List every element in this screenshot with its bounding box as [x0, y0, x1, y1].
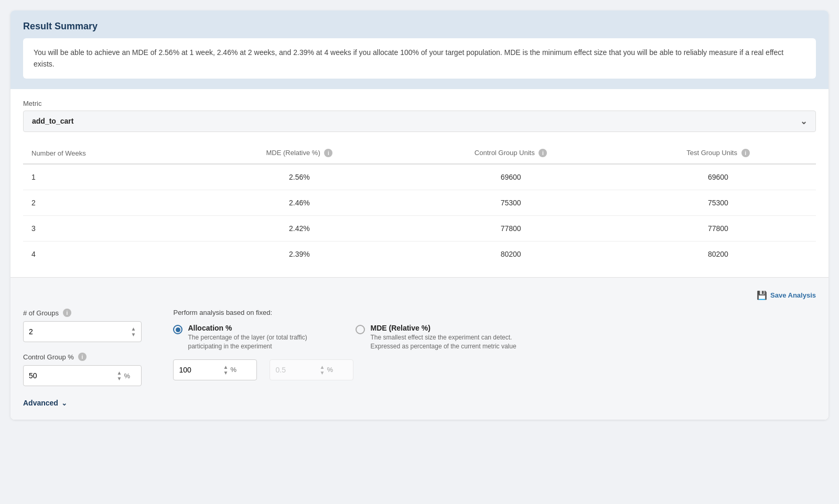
metric-value: add_to_cart — [32, 117, 73, 125]
cell-test-units: 75300 — [620, 190, 816, 216]
mde-input-wrapper: ▲ ▼ % — [270, 359, 353, 380]
result-summary-description: You will be able to achieve an MDE of 2.… — [34, 48, 783, 68]
metric-dropdown[interactable]: add_to_cart ⌄ — [23, 111, 816, 132]
advanced-toggle[interactable]: Advanced ⌄ — [23, 399, 816, 407]
control-group-pct: % — [124, 372, 130, 380]
groups-input[interactable] — [29, 327, 129, 336]
cell-control-units: 75300 — [401, 190, 620, 216]
allocation-radio-description: The percentage of the layer (or total tr… — [188, 333, 335, 351]
config-left: # of Groups i ▲ ▼ Control Group % — [23, 309, 142, 386]
main-card: Result Summary You will be able to achie… — [10, 10, 829, 420]
result-summary-box: You will be able to achieve an MDE of 2.… — [23, 38, 816, 79]
inline-input-row: ▲ ▼ % ▲ ▼ % — [173, 359, 816, 380]
table-row: 2 2.46% 75300 75300 — [23, 190, 816, 216]
mde-input[interactable] — [275, 366, 317, 374]
allocation-radio-button[interactable] — [173, 325, 182, 334]
cell-test-units: 69600 — [620, 164, 816, 190]
control-group-info-icon[interactable]: i — [78, 353, 87, 361]
mde-pct: % — [327, 366, 333, 374]
control-group-field: Control Group % i ▲ ▼ % — [23, 353, 142, 386]
allocation-radio-text: Allocation % The percentage of the layer… — [188, 324, 335, 351]
mde-radio-text: MDE (Relative %) The smallest effect siz… — [370, 324, 517, 351]
table-row: 1 2.56% 69600 69600 — [23, 164, 816, 190]
save-analysis-button[interactable]: 💾 Save Analysis — [757, 290, 816, 300]
chevron-down-icon: ⌄ — [800, 116, 807, 126]
col-header-control-units: Control Group Units i — [401, 143, 620, 165]
test-units-info-icon[interactable]: i — [741, 149, 750, 157]
mde-radio-button[interactable] — [356, 325, 365, 334]
result-summary-section: Result Summary You will be able to achie… — [10, 10, 829, 89]
cell-mde: 2.39% — [197, 242, 401, 267]
groups-input-wrapper: ▲ ▼ — [23, 321, 142, 342]
metric-section: Metric add_to_cart ⌄ — [10, 89, 829, 132]
control-group-input-wrapper: ▲ ▼ % — [23, 365, 142, 386]
groups-label: # of Groups i — [23, 309, 142, 317]
groups-info-icon[interactable]: i — [63, 309, 71, 317]
mde-radio-description: The smallest effect size the experiment … — [370, 333, 517, 351]
cell-weeks: 4 — [23, 242, 197, 267]
groups-stepper[interactable]: ▲ ▼ — [131, 326, 136, 337]
control-group-label: Control Group % i — [23, 353, 142, 361]
metric-label: Metric — [23, 100, 816, 107]
cell-test-units: 80200 — [620, 242, 816, 267]
results-table: Number of Weeks MDE (Relative %) i Contr… — [23, 143, 816, 267]
cell-test-units: 77800 — [620, 216, 816, 242]
advanced-section: Advanced ⌄ — [23, 399, 816, 407]
col-header-weeks: Number of Weeks — [23, 143, 197, 165]
cell-weeks: 3 — [23, 216, 197, 242]
col-header-test-units: Test Group Units i — [620, 143, 816, 165]
save-icon: 💾 — [757, 290, 767, 300]
mde-stepper: ▲ ▼ — [319, 364, 325, 376]
result-summary-title: Result Summary — [23, 21, 816, 32]
mde-radio-label: MDE (Relative %) — [370, 324, 430, 332]
cell-control-units: 69600 — [401, 164, 620, 190]
cell-weeks: 2 — [23, 190, 197, 216]
chevron-down-icon: ⌄ — [61, 399, 67, 407]
table-row: 4 2.39% 80200 80200 — [23, 242, 816, 267]
table-header-row: Number of Weeks MDE (Relative %) i Contr… — [23, 143, 816, 165]
config-section: 💾 Save Analysis # of Groups i ▲ ▼ — [10, 277, 829, 420]
mde-radio-option[interactable]: MDE (Relative %) The smallest effect siz… — [356, 324, 517, 351]
control-units-info-icon[interactable]: i — [539, 149, 547, 157]
allocation-radio-option[interactable]: Allocation % The percentage of the layer… — [173, 324, 335, 351]
cell-mde: 2.56% — [197, 164, 401, 190]
cell-weeks: 1 — [23, 164, 197, 190]
groups-field: # of Groups i ▲ ▼ — [23, 309, 142, 342]
advanced-label: Advanced — [23, 399, 58, 407]
config-fields-row: # of Groups i ▲ ▼ Control Group % — [23, 309, 816, 386]
table-row: 3 2.42% 77800 77800 — [23, 216, 816, 242]
radio-group: Allocation % The percentage of the layer… — [173, 324, 816, 351]
cell-control-units: 77800 — [401, 216, 620, 242]
cell-mde: 2.42% — [197, 216, 401, 242]
cell-control-units: 80200 — [401, 242, 620, 267]
cell-mde: 2.46% — [197, 190, 401, 216]
allocation-stepper[interactable]: ▲ ▼ — [223, 364, 228, 376]
mde-info-icon[interactable]: i — [324, 149, 332, 157]
table-section: Number of Weeks MDE (Relative %) i Contr… — [10, 132, 829, 278]
control-group-stepper[interactable]: ▲ ▼ — [117, 370, 122, 381]
perform-section: Perform analysis based on fixed: Allocat… — [173, 309, 816, 380]
col-header-mde: MDE (Relative %) i — [197, 143, 401, 165]
allocation-radio-label: Allocation % — [188, 324, 232, 332]
save-analysis-label: Save Analysis — [770, 291, 816, 299]
perform-label: Perform analysis based on fixed: — [173, 309, 816, 316]
control-group-input[interactable] — [29, 371, 115, 380]
allocation-pct: % — [230, 366, 236, 374]
allocation-input[interactable] — [179, 366, 221, 374]
allocation-input-wrapper: ▲ ▼ % — [173, 359, 257, 380]
